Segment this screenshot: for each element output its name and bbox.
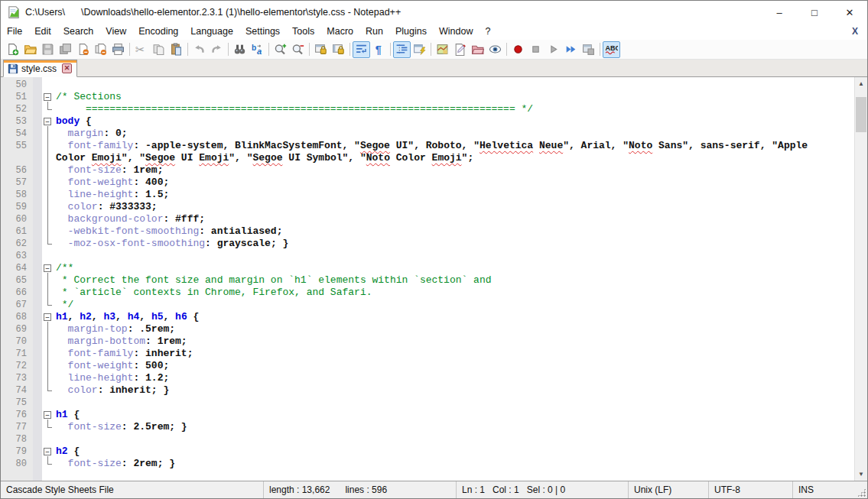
line-number[interactable]: 52: [1, 103, 33, 115]
redo-button[interactable]: [208, 41, 226, 58]
fold-toggle-icon[interactable]: −: [44, 264, 51, 272]
zoom-in-button[interactable]: [271, 41, 289, 58]
word-wrap-button[interactable]: [353, 41, 370, 58]
scroll-down-arrow-icon[interactable]: ▼: [855, 468, 867, 481]
fold-margin[interactable]: −: [42, 446, 54, 458]
macro-run-multiple-button[interactable]: [562, 41, 580, 58]
menu-help[interactable]: ?: [479, 24, 496, 40]
menu-encoding[interactable]: Encoding: [132, 24, 184, 40]
bookmark-margin[interactable]: [33, 140, 42, 164]
close-all-button[interactable]: [92, 41, 109, 58]
bookmark-margin[interactable]: [33, 335, 42, 348]
line-number[interactable]: 53: [1, 115, 33, 128]
zoom-out-button[interactable]: [289, 41, 307, 58]
status-encoding[interactable]: UTF-8: [708, 481, 792, 498]
code-line-text[interactable]: [54, 250, 823, 262]
fold-margin[interactable]: −: [42, 262, 54, 274]
code-line-text[interactable]: h1, h2, h3, h4, h5, h6 {: [54, 311, 823, 323]
spell-check-button[interactable]: ABC: [603, 41, 620, 58]
fold-margin[interactable]: −: [42, 311, 54, 323]
bookmark-margin[interactable]: [33, 323, 42, 335]
code-line-text[interactable]: margin-top: .5rem;: [54, 323, 823, 335]
sync-vertical-scrolling-button[interactable]: [312, 41, 330, 58]
fold-margin[interactable]: −: [42, 409, 54, 421]
line-number[interactable]: 62: [1, 238, 33, 250]
fold-toggle-icon[interactable]: −: [44, 448, 51, 455]
menu-language[interactable]: Language: [184, 24, 239, 40]
doc-switcher-button[interactable]: [411, 41, 428, 58]
code-line-text[interactable]: line-height: 1.2;: [54, 372, 823, 384]
line-number[interactable]: 61: [1, 225, 33, 238]
bookmark-margin[interactable]: [33, 238, 42, 250]
menu-window[interactable]: Window: [433, 24, 479, 40]
tab-style-css[interactable]: style.css ✕: [3, 60, 77, 77]
bookmark-margin[interactable]: [33, 164, 42, 177]
bookmark-margin[interactable]: [33, 409, 42, 421]
fold-margin[interactable]: −: [42, 91, 54, 103]
line-number[interactable]: 71: [1, 348, 33, 360]
code-line-text[interactable]: color: inherit; }: [54, 384, 823, 397]
line-number[interactable]: 51: [1, 91, 33, 103]
code-view[interactable]: 5051−/* Sections52 =====================…: [1, 77, 854, 481]
line-number[interactable]: 65: [1, 274, 33, 287]
function-list-button[interactable]: [451, 41, 469, 58]
menu-run[interactable]: Run: [359, 24, 389, 40]
line-number[interactable]: 56: [1, 164, 33, 177]
line-number[interactable]: 76: [1, 409, 33, 421]
menu-tools[interactable]: Tools: [286, 24, 320, 40]
code-line-text[interactable]: font-weight: 400;: [54, 177, 823, 189]
line-number[interactable]: 79: [1, 446, 33, 458]
bookmark-margin[interactable]: [33, 128, 42, 140]
fold-toggle-icon[interactable]: −: [44, 93, 51, 101]
code-line-text[interactable]: h1 {: [54, 409, 823, 421]
menu-search[interactable]: Search: [57, 24, 100, 40]
line-number[interactable]: 66: [1, 287, 33, 299]
macro-record-button[interactable]: [509, 41, 527, 58]
bookmark-margin[interactable]: [33, 103, 42, 115]
bookmark-margin[interactable]: [33, 115, 42, 128]
line-number[interactable]: 69: [1, 323, 33, 335]
menu-macro[interactable]: Macro: [320, 24, 359, 40]
macro-stop-button[interactable]: [527, 41, 545, 58]
menu-edit[interactable]: Edit: [28, 24, 57, 40]
line-number[interactable]: 54: [1, 128, 33, 140]
indent-guide-button[interactable]: [393, 41, 411, 58]
code-line-text[interactable]: margin-bottom: 1rem;: [54, 335, 823, 348]
minimize-button[interactable]: –: [762, 1, 797, 24]
code-line-text[interactable]: /* Sections: [54, 91, 823, 103]
line-number[interactable]: 75: [1, 397, 33, 409]
code-line-text[interactable]: * Correct the font size and margin on `h…: [54, 274, 823, 287]
code-line-text[interactable]: [54, 79, 823, 91]
code-line-text[interactable]: font-size: 1rem;: [54, 164, 823, 177]
document-map-button[interactable]: [434, 41, 451, 58]
line-number[interactable]: 73: [1, 372, 33, 384]
bookmark-margin[interactable]: [33, 348, 42, 360]
menu-view[interactable]: View: [99, 24, 132, 40]
close-file-button[interactable]: [74, 41, 92, 58]
vertical-scrollbar[interactable]: ▲ ▼: [854, 77, 867, 481]
line-number[interactable]: 60: [1, 213, 33, 225]
code-line-text[interactable]: line-height: 1.5;: [54, 189, 823, 201]
code-line-text[interactable]: */: [54, 299, 823, 311]
line-number[interactable]: 58: [1, 189, 33, 201]
macro-save-button[interactable]: [580, 41, 597, 58]
bookmark-margin[interactable]: [33, 250, 42, 262]
macro-play-button[interactable]: [545, 41, 562, 58]
status-insert-mode[interactable]: INS: [792, 481, 867, 498]
code-line-text[interactable]: font-size: 2.5rem; }: [54, 421, 823, 433]
bookmark-margin[interactable]: [33, 91, 42, 103]
bookmark-margin[interactable]: [33, 433, 42, 446]
code-line-text[interactable]: body {: [54, 115, 823, 128]
line-number[interactable]: 70: [1, 335, 33, 348]
bookmark-margin[interactable]: [33, 458, 42, 470]
line-number[interactable]: 67: [1, 299, 33, 311]
scroll-up-arrow-icon[interactable]: ▲: [855, 77, 867, 90]
sync-horizontal-scrolling-button[interactable]: [330, 41, 347, 58]
bookmark-margin[interactable]: [33, 311, 42, 323]
line-number[interactable]: 78: [1, 433, 33, 446]
bookmark-margin[interactable]: [33, 397, 42, 409]
maximize-button[interactable]: □: [797, 1, 832, 24]
code-line-text[interactable]: font-weight: 500;: [54, 360, 823, 372]
close-button[interactable]: ✕: [832, 1, 867, 24]
fold-margin[interactable]: −: [42, 115, 54, 128]
